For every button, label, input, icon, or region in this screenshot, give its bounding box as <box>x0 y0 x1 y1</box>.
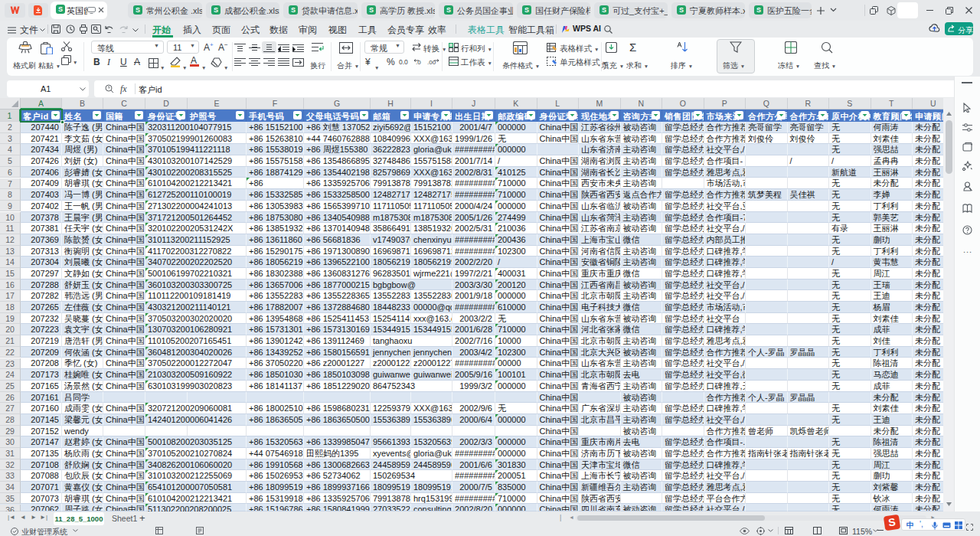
svg-text:.00: .00 <box>427 59 436 66</box>
svg-text:.0: .0 <box>416 59 421 66</box>
